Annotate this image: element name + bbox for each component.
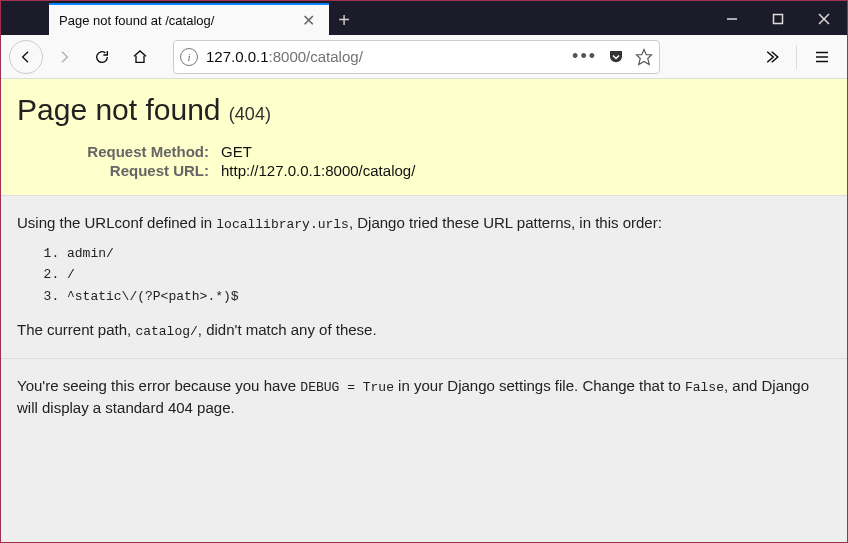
toolbar-separator (796, 45, 797, 69)
svg-marker-4 (637, 49, 652, 64)
bookmark-star-icon[interactable] (635, 48, 653, 66)
url-pattern-list: admin/ / ^static\/(?P<path>.*)$ (67, 243, 831, 308)
tab-title: Page not found at /catalog/ (59, 13, 298, 28)
error-summary: Page not found (404) Request Method: GET… (1, 79, 847, 196)
no-match-text: The current path, catalog/, didn't match… (17, 319, 831, 342)
maximize-button[interactable] (755, 3, 801, 35)
page-content: Page not found (404) Request Method: GET… (1, 79, 847, 542)
request-url-label: Request URL: (19, 162, 219, 179)
browser-tab[interactable]: Page not found at /catalog/ ✕ (49, 3, 329, 35)
table-row: Request URL: http://127.0.0.1:8000/catal… (19, 162, 415, 179)
new-tab-button[interactable]: + (329, 5, 359, 35)
overflow-button[interactable] (754, 40, 788, 74)
hamburger-menu-button[interactable] (805, 40, 839, 74)
page-actions-icon[interactable]: ••• (572, 46, 597, 67)
request-url-value: http://127.0.0.1:8000/catalog/ (221, 162, 415, 179)
request-method-label: Request Method: (19, 143, 219, 160)
tab-close-icon[interactable]: ✕ (298, 11, 319, 30)
home-button[interactable] (123, 40, 157, 74)
request-method-value: GET (221, 143, 415, 160)
table-row: Request Method: GET (19, 143, 415, 160)
back-button[interactable] (9, 40, 43, 74)
request-meta-table: Request Method: GET Request URL: http://… (17, 141, 417, 181)
list-item: ^static\/(?P<path>.*)$ (67, 286, 831, 308)
window-controls (709, 3, 847, 35)
titlebar: Page not found at /catalog/ ✕ + (1, 1, 847, 35)
page-title: Page not found (404) (17, 93, 831, 127)
url-pattern-info: Using the URLconf defined in locallibrar… (1, 196, 847, 359)
status-code: (404) (229, 104, 271, 124)
debug-explanation: You're seeing this error because you hav… (1, 359, 847, 436)
url-text: 127.0.0.1:8000/catalog/ (198, 48, 572, 65)
forward-button[interactable] (47, 40, 81, 74)
svg-rect-1 (774, 15, 783, 24)
reload-button[interactable] (85, 40, 119, 74)
minimize-button[interactable] (709, 3, 755, 35)
list-item: admin/ (67, 243, 831, 265)
window-close-button[interactable] (801, 3, 847, 35)
intro-text: Using the URLconf defined in locallibrar… (17, 212, 831, 235)
list-item: / (67, 264, 831, 286)
pocket-icon[interactable] (607, 48, 625, 66)
site-info-icon[interactable]: i (180, 48, 198, 66)
toolbar: i 127.0.0.1:8000/catalog/ ••• (1, 35, 847, 79)
url-bar[interactable]: i 127.0.0.1:8000/catalog/ ••• (173, 40, 660, 74)
